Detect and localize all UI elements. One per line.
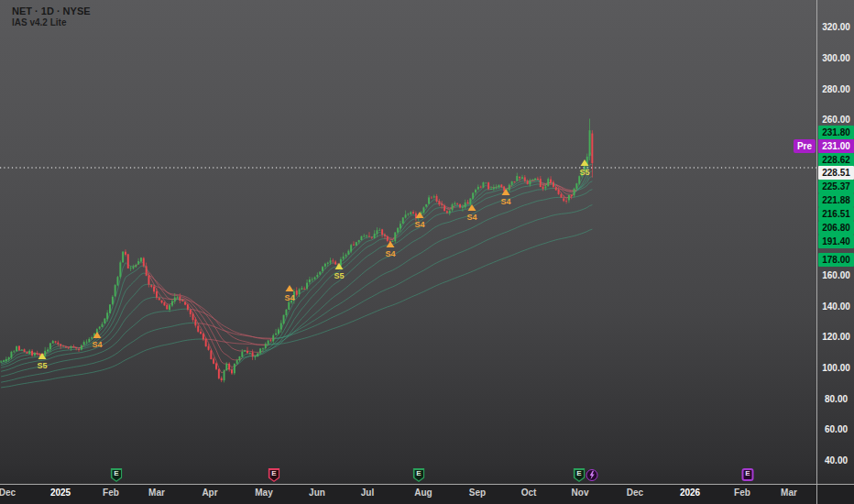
candle-body xyxy=(159,298,160,300)
indicator-price-label: 216.51 xyxy=(818,207,854,221)
ema-line xyxy=(206,339,268,345)
candle-body xyxy=(21,349,23,350)
candle-body xyxy=(353,245,355,246)
candle-body xyxy=(75,347,77,348)
candle-body xyxy=(181,300,183,301)
candle-body xyxy=(86,342,88,343)
candle-body xyxy=(521,177,523,179)
candle-body xyxy=(24,349,26,352)
earnings-badge-purple[interactable]: E xyxy=(742,468,754,481)
candle-body xyxy=(428,197,430,203)
earnings-badge-green[interactable]: E xyxy=(413,468,425,482)
candle-body xyxy=(319,272,321,275)
candle-body xyxy=(241,352,243,357)
candle-body xyxy=(83,342,85,345)
candle-body xyxy=(514,181,516,182)
earnings-badge-green[interactable]: E xyxy=(574,468,586,482)
indicator-price-label: 178.00 xyxy=(818,253,854,267)
candle-body xyxy=(174,298,176,302)
candle-body xyxy=(303,289,305,290)
candle-body xyxy=(192,314,194,321)
candle-body xyxy=(0,362,2,363)
time-axis-month-label: Sep xyxy=(469,488,486,498)
earnings-badge-red[interactable]: E xyxy=(268,468,280,482)
candle-body xyxy=(553,182,554,187)
time-axis-month-label: Nov xyxy=(572,488,589,498)
candle-body xyxy=(358,240,360,242)
time-axis-month-label: Apr xyxy=(202,488,217,498)
candle-body xyxy=(257,354,258,356)
candle-body xyxy=(314,278,316,279)
candle-body xyxy=(259,348,261,353)
signal-marker-label: S4 xyxy=(385,249,395,258)
candle-body xyxy=(366,236,367,236)
candle-body xyxy=(31,351,33,356)
candle-body xyxy=(312,279,313,280)
candle-body xyxy=(5,359,7,361)
candle-body xyxy=(194,320,196,326)
candle-body xyxy=(412,213,414,214)
candle-body xyxy=(433,196,435,197)
candle-body xyxy=(62,345,64,346)
candle-body xyxy=(190,310,192,314)
candle-body xyxy=(52,341,54,344)
ema-line xyxy=(454,206,463,207)
candle-body xyxy=(542,187,544,190)
candle-body xyxy=(171,301,173,306)
candle-body xyxy=(262,348,264,349)
time-axis-month-label: Mar xyxy=(781,488,797,498)
time-axis-month-label: Jun xyxy=(309,488,325,498)
candle-body xyxy=(475,190,476,192)
candle-body xyxy=(81,345,82,350)
candle-body xyxy=(454,203,455,204)
candle-body xyxy=(65,346,67,347)
indicator-title[interactable]: IAS v4.2 Lite xyxy=(12,17,91,28)
candle-body xyxy=(102,324,104,327)
time-axis-month-label: Dec xyxy=(627,488,643,498)
candle-body xyxy=(306,283,308,290)
candle-body xyxy=(363,236,365,237)
axis-corner-separator xyxy=(816,484,817,504)
price-axis-tick: 300.00 xyxy=(817,53,854,63)
candle-body xyxy=(224,370,225,380)
candle-body xyxy=(324,264,326,267)
price-chart-pane[interactable]: S5S4S4S5S4S4S4S4S5 xyxy=(0,0,816,484)
ema-line xyxy=(341,232,385,262)
candle-body xyxy=(55,341,57,342)
candle-body xyxy=(469,199,471,204)
candle-body xyxy=(228,364,230,370)
earnings-badge-purple-bolt[interactable] xyxy=(586,468,598,482)
ema-line xyxy=(543,184,552,185)
candle-body xyxy=(205,339,207,346)
ema-line xyxy=(237,236,388,366)
candle-body xyxy=(213,359,214,364)
candle-body xyxy=(527,181,529,184)
signal-marker-label: S5 xyxy=(579,168,589,177)
signal-marker-label: S4 xyxy=(92,340,102,349)
candle-body xyxy=(244,350,246,352)
symbol-title[interactable]: NET · 1D · NYSE xyxy=(12,5,91,17)
price-axis[interactable]: 320.00300.00280.00260.00160.00140.00120.… xyxy=(816,0,854,484)
candle-body xyxy=(449,211,451,214)
candle-body xyxy=(446,211,448,213)
candle-body xyxy=(177,297,179,298)
candle-body xyxy=(255,356,257,357)
earnings-badge-green[interactable]: E xyxy=(111,468,123,482)
candle-body xyxy=(272,335,274,341)
candle-body xyxy=(410,213,411,214)
candle-body xyxy=(397,228,399,233)
signal-marker-label: S4 xyxy=(414,220,424,229)
candle-body xyxy=(234,364,235,374)
time-axis-month-label: Aug xyxy=(414,488,432,498)
candle-body xyxy=(480,187,482,188)
time-axis-month-label: Jul xyxy=(361,488,374,498)
candle-body xyxy=(387,236,389,241)
candle-body xyxy=(28,351,30,355)
candle-body xyxy=(350,245,352,251)
time-axis[interactable]: Dec2025FebMarAprMayJunJulAugSepOctNovDec… xyxy=(0,484,854,504)
time-axis-month-label: Mar xyxy=(148,488,165,498)
candle-body xyxy=(270,340,272,341)
price-axis-tick: 160.00 xyxy=(817,270,854,280)
indicator-price-label: 231.80 xyxy=(818,126,854,139)
candle-body xyxy=(143,258,145,267)
